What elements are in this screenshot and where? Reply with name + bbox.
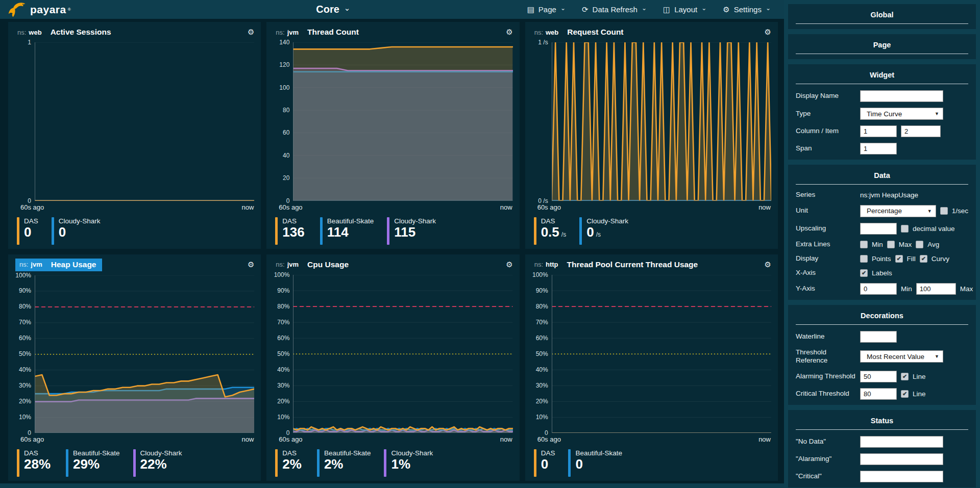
unit-select[interactable]: Percentage ▼ xyxy=(860,205,936,217)
widget-title[interactable]: ns: jvm Heap Usage xyxy=(15,259,102,271)
chart-legend: DAS28% Beautiful-Skate29% Cloudy-Shark22… xyxy=(8,443,261,481)
curvy-checkbox-label: Curvy xyxy=(932,255,949,263)
item-input[interactable] xyxy=(901,125,941,137)
widget-title[interactable]: ns: web Active Sessions xyxy=(15,26,114,38)
app-root: payara ® Core ⌄ ▤ Page ⌄ ⟳ Data Refresh … xyxy=(0,0,980,488)
widget-request-count: ns: web Request Count ⚙ 1 /s0 /s 60s ago… xyxy=(525,22,778,249)
alarming-threshold-label: Alarming Threshold xyxy=(796,372,860,381)
legend-color-bar xyxy=(275,217,278,245)
critical-status-input[interactable] xyxy=(860,471,943,482)
section-global: Global xyxy=(788,4,976,29)
critical-threshold-label: Critical Threshold xyxy=(796,390,860,398)
x-axis-end-label: now xyxy=(758,435,771,443)
widget-gear-icon[interactable]: ⚙ xyxy=(248,260,254,269)
x-axis-end-label: now xyxy=(241,203,254,211)
threshold-reference-select[interactable]: Most Recent Value ▼ xyxy=(860,350,943,363)
chart-legend: DAS2% Beautiful-Skate2% Cloudy-Shark1% xyxy=(266,443,519,481)
section-title: Widget xyxy=(796,67,968,84)
widget-title[interactable]: ns: http Thread Pool Current Thread Usag… xyxy=(532,259,701,271)
decimal-value-checkbox[interactable] xyxy=(901,225,909,233)
x-axis-start-label: 60s ago xyxy=(20,435,44,443)
waterline-label: Waterline xyxy=(796,332,860,341)
menu-settings[interactable]: ⚙ Settings ⌄ xyxy=(723,5,771,14)
legend-item: Beautiful-Skate114 xyxy=(320,217,374,245)
widget-gear-icon[interactable]: ⚙ xyxy=(506,28,512,37)
per-sec-checkbox[interactable] xyxy=(940,207,948,215)
column-input[interactable] xyxy=(860,125,897,137)
y-max-label: Max xyxy=(960,285,973,293)
namespace-value: jvm xyxy=(287,29,299,36)
chart-plot xyxy=(35,42,254,201)
menu-layout[interactable]: ◫ Layout ⌄ xyxy=(663,5,706,14)
namespace-label: ns: xyxy=(276,29,284,36)
span-input[interactable] xyxy=(860,143,897,155)
y-min-input[interactable] xyxy=(860,283,897,295)
y-max-input[interactable] xyxy=(916,283,956,295)
menu-page[interactable]: ▤ Page ⌄ xyxy=(527,5,566,14)
points-checkbox[interactable] xyxy=(860,255,868,263)
section-decorations: Decorations Waterline Threshold Referenc… xyxy=(788,305,976,405)
widget-title[interactable]: ns: jvm Thread Count xyxy=(274,26,362,38)
labels-checkbox[interactable] xyxy=(860,269,868,277)
alarming-line-checkbox[interactable] xyxy=(901,373,909,380)
legend-color-bar xyxy=(275,449,278,477)
critical-threshold-input[interactable] xyxy=(860,388,897,400)
curvy-checkbox[interactable] xyxy=(920,255,927,263)
chart-legend: DAS0 Cloudy-Shark0 xyxy=(8,211,261,249)
waterline-input[interactable] xyxy=(860,331,897,343)
chart-legend: DAS0.5/s Cloudy-Shark0/s xyxy=(525,211,778,249)
x-axis-end-label: now xyxy=(758,203,771,211)
max-checkbox[interactable] xyxy=(887,241,895,248)
x-axis-end-label: now xyxy=(241,435,254,443)
x-axis-label: X-Axis xyxy=(796,269,860,277)
legend-item: Cloudy-Shark22% xyxy=(133,449,182,477)
widget-title[interactable]: ns: web Request Count xyxy=(532,26,627,38)
alarming-threshold-input[interactable] xyxy=(860,371,897,382)
chart-plot xyxy=(552,275,771,433)
widget-gear-icon[interactable]: ⚙ xyxy=(248,28,254,37)
namespace-value: jvm xyxy=(287,261,299,268)
namespace-value: web xyxy=(29,29,41,36)
display-label: Display xyxy=(796,254,860,263)
widget-title-text: Thread Pool Current Thread Usage xyxy=(567,260,698,269)
y-min-label: Min xyxy=(901,285,912,293)
menu-data-refresh[interactable]: ⟳ Data Refresh ⌄ xyxy=(582,5,647,14)
x-axis-start-label: 60s ago xyxy=(20,203,44,211)
x-axis-start-label: 60s ago xyxy=(537,435,561,443)
upscaling-input[interactable] xyxy=(860,223,897,235)
footer-bar xyxy=(0,483,784,488)
widgets-grid: ns: web Active Sessions ⚙ 10 60s ago now xyxy=(0,19,784,483)
section-widget: Widget Display Name Type Time Curve ▼ Co… xyxy=(788,64,976,160)
widget-gear-icon[interactable]: ⚙ xyxy=(506,260,512,269)
widget-gear-icon[interactable]: ⚙ xyxy=(765,260,771,269)
widget-gear-icon[interactable]: ⚙ xyxy=(765,28,771,37)
current-page-dropdown[interactable]: Core ⌄ xyxy=(316,4,350,15)
page-icon: ▤ xyxy=(527,5,534,14)
legend-color-bar xyxy=(387,217,389,245)
x-axis-start-label: 60s ago xyxy=(537,203,561,211)
labels-checkbox-label: Labels xyxy=(872,269,892,277)
fill-checkbox[interactable] xyxy=(895,255,903,263)
legend-item: Beautiful-Skate0 xyxy=(568,449,622,477)
type-select[interactable]: Time Curve ▼ xyxy=(860,108,943,120)
y-axis-ticks: 100%90%80%70%60%50%40%30%20%10%0 xyxy=(270,275,293,433)
legend-color-bar xyxy=(534,217,536,245)
critical-line-checkbox[interactable] xyxy=(901,390,909,398)
chevron-down-icon: ⌄ xyxy=(642,5,647,12)
widget-thread-pool-usage: ns: http Thread Pool Current Thread Usag… xyxy=(525,254,778,481)
avg-checkbox[interactable] xyxy=(916,241,923,248)
no-data-input[interactable] xyxy=(860,436,943,448)
chevron-down-icon: ⌄ xyxy=(766,5,771,12)
widget-title[interactable]: ns: jvm Cpu Usage xyxy=(274,259,352,271)
display-name-input[interactable] xyxy=(860,90,943,102)
select-arrow-icon: ▼ xyxy=(935,111,939,116)
namespace-value: jvm xyxy=(31,261,42,268)
widget-active-sessions: ns: web Active Sessions ⚙ 10 60s ago now xyxy=(8,22,261,249)
alarming-status-input[interactable] xyxy=(860,453,943,465)
section-status: Status "No Data" "Alaraming" "Critical" xyxy=(788,410,976,487)
critical-status-label: "Critical" xyxy=(796,472,860,481)
namespace-value: web xyxy=(546,29,558,36)
critical-line-checkbox-label: Line xyxy=(913,390,926,398)
min-checkbox[interactable] xyxy=(860,241,868,248)
x-axis-end-label: now xyxy=(500,435,512,443)
